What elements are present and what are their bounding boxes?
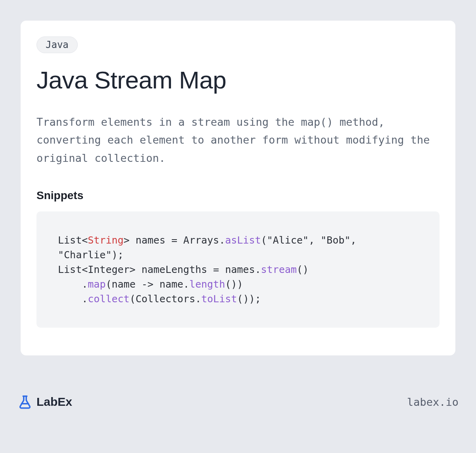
brand-name: LabEx (36, 395, 72, 409)
description-text: Transform elements in a stream using the… (36, 113, 440, 167)
brand-logo: LabEx (17, 394, 72, 409)
language-tag: Java (36, 36, 78, 53)
footer: LabEx labex.io (17, 394, 459, 409)
code-snippet: List<String> names = Arrays.asList("Alic… (36, 211, 440, 328)
page-title: Java Stream Map (36, 66, 440, 94)
brand-url: labex.io (407, 396, 459, 408)
flask-icon (17, 394, 33, 409)
snippets-heading: Snippets (36, 189, 440, 202)
content-card: Java Java Stream Map Transform elements … (21, 21, 455, 355)
